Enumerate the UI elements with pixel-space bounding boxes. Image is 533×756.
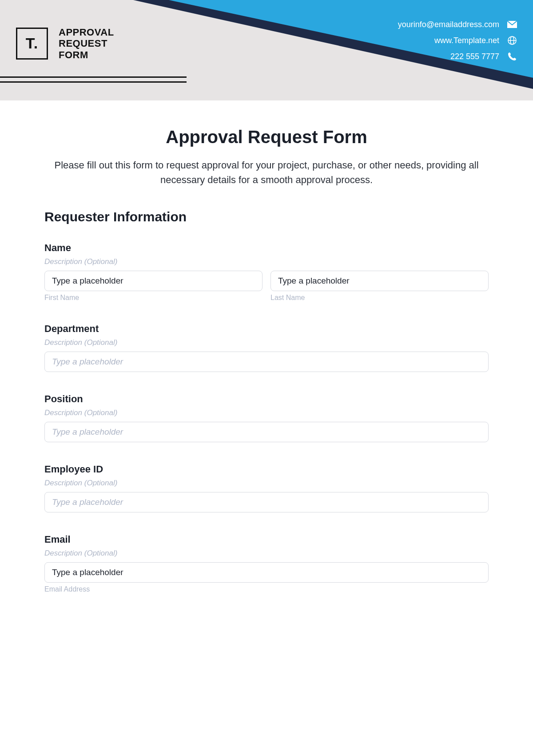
contact-email-row: yourinfo@emailaddress.com [398, 20, 517, 29]
email-sublabel: Email Address [44, 585, 489, 593]
divider [0, 81, 187, 83]
field-label-employee-id: Employee ID [44, 464, 489, 475]
last-name-sublabel: Last Name [270, 294, 489, 302]
field-label-email: Email [44, 534, 489, 545]
last-name-input[interactable] [270, 271, 489, 291]
contact-phone: 222 555 7777 [450, 52, 499, 61]
globe-icon [507, 36, 517, 45]
phone-icon [507, 52, 517, 61]
field-group-name: Name Description (Optional) First Name L… [44, 242, 489, 302]
form-content: Approval Request Form Please fill out th… [0, 100, 533, 611]
contact-website-row: www.Template.net [398, 36, 517, 45]
field-group-position: Position Description (Optional) [44, 393, 489, 442]
logo-text: T. [26, 35, 38, 52]
logo-label: APPROVAL REQUEST FORM [59, 27, 114, 60]
field-group-department: Department Description (Optional) [44, 323, 489, 372]
field-desc-employee-id: Description (Optional) [44, 479, 489, 488]
header-banner: T. APPROVAL REQUEST FORM yourinfo@emaila… [0, 0, 533, 100]
first-name-sublabel: First Name [44, 294, 263, 302]
logo-block: T. APPROVAL REQUEST FORM [16, 27, 114, 60]
first-name-input[interactable] [44, 271, 263, 291]
page-description: Please fill out this form to request app… [44, 158, 489, 187]
department-input[interactable] [44, 352, 489, 372]
contact-info: yourinfo@emailaddress.com www.Template.n… [398, 20, 517, 68]
field-label-name: Name [44, 242, 489, 254]
page-title: Approval Request Form [44, 127, 489, 147]
field-label-position: Position [44, 393, 489, 405]
employee-id-input[interactable] [44, 492, 489, 512]
field-group-email: Email Description (Optional) Email Addre… [44, 534, 489, 593]
section-title-requester: Requester Information [44, 209, 489, 224]
field-desc-department: Description (Optional) [44, 338, 489, 347]
contact-website: www.Template.net [434, 36, 499, 45]
field-label-department: Department [44, 323, 489, 335]
position-input[interactable] [44, 422, 489, 442]
field-desc-position: Description (Optional) [44, 408, 489, 417]
field-group-employee-id: Employee ID Description (Optional) [44, 464, 489, 512]
field-desc-name: Description (Optional) [44, 257, 489, 266]
divider [0, 76, 187, 78]
mail-icon [507, 20, 517, 29]
contact-email: yourinfo@emailaddress.com [398, 20, 499, 29]
contact-phone-row: 222 555 7777 [398, 52, 517, 61]
email-input[interactable] [44, 562, 489, 583]
logo-box: T. [16, 28, 48, 60]
field-desc-email: Description (Optional) [44, 549, 489, 558]
header-rules [0, 76, 187, 86]
